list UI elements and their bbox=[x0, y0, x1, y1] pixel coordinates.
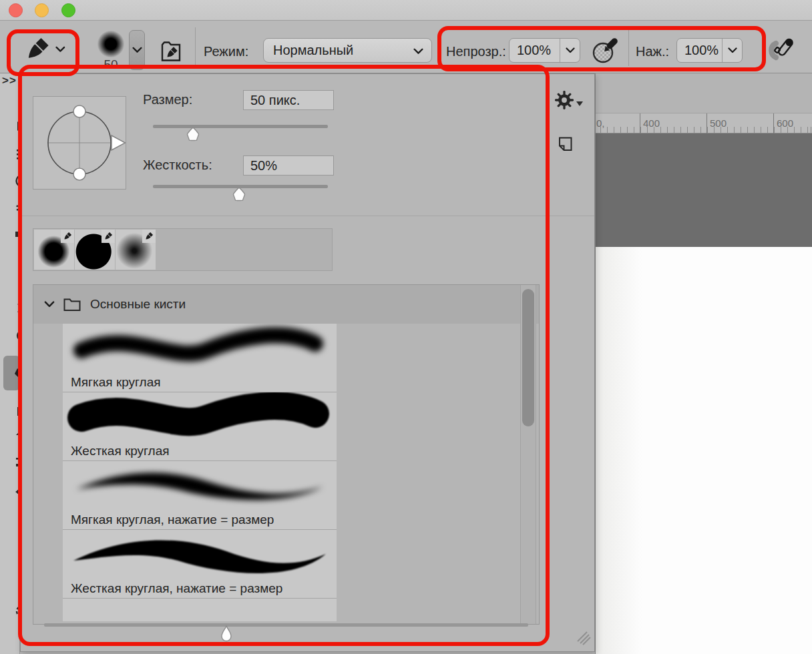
opacity-value-field[interactable]: 100% bbox=[510, 39, 560, 62]
airbrush-icon bbox=[766, 36, 794, 64]
mode-label: Режим: bbox=[204, 44, 248, 59]
brush-preview-size-label: 50 bbox=[96, 57, 126, 72]
brush-angle-control[interactable] bbox=[33, 96, 126, 190]
scrollbar-track[interactable] bbox=[520, 285, 536, 624]
brush-item-label: Жесткая круглая, нажатие = размер bbox=[63, 579, 337, 598]
panel-divider bbox=[21, 216, 594, 216]
recent-brush-extra-soft-round[interactable] bbox=[116, 230, 156, 270]
hardness-input[interactable]: 50% bbox=[243, 155, 334, 176]
brush-item-soft-round[interactable]: Мягкая круглая bbox=[63, 324, 337, 392]
chevron-down-icon bbox=[132, 47, 142, 53]
brush-stroke-preview bbox=[63, 530, 337, 579]
tool-options-bar: 50 Режим: Нормальный Непрозр.: 100% bbox=[0, 21, 812, 73]
chevron-down-icon bbox=[566, 47, 575, 53]
recent-brush-hard-round[interactable] bbox=[75, 230, 115, 270]
brush-item-soft-round-pressure[interactable]: Мягкая круглая, нажатие = размер bbox=[63, 461, 337, 530]
brush-item-hard-round[interactable]: Жесткая круглая bbox=[63, 392, 337, 461]
brush-stroke-preview bbox=[63, 392, 337, 441]
preview-size-slider-thumb[interactable] bbox=[220, 625, 233, 643]
chevron-down-icon bbox=[44, 301, 55, 308]
blend-mode-select[interactable]: Нормальный bbox=[263, 38, 432, 63]
toolbar-separator bbox=[195, 27, 196, 66]
preview-size-slider-track[interactable] bbox=[44, 623, 528, 627]
opacity-dropdown-button[interactable] bbox=[560, 39, 580, 62]
brush-stroke-preview bbox=[63, 324, 337, 372]
recent-brushes-row bbox=[33, 228, 333, 271]
ruler-label: 500 bbox=[710, 117, 727, 129]
pressure-opacity-button[interactable] bbox=[590, 36, 620, 65]
brush-badge-icon bbox=[61, 230, 74, 243]
size-label: Размер: bbox=[143, 92, 192, 107]
brush-group-header[interactable]: Основные кисти bbox=[33, 285, 539, 324]
brush-stroke-preview bbox=[63, 461, 337, 510]
hardness-label: Жесткость: bbox=[143, 157, 212, 173]
tool-icons-clipped[interactable] bbox=[0, 21, 20, 654]
scrollbar-thumb[interactable] bbox=[522, 289, 534, 426]
flow-control: 100% bbox=[676, 38, 743, 63]
ruler-label-partial: 0, bbox=[596, 117, 605, 129]
size-input[interactable]: 50 пикс. bbox=[243, 90, 334, 110]
brush-item-label: Мягкая круглая bbox=[63, 372, 337, 392]
macos-titlebar bbox=[0, 0, 812, 21]
size-slider-track[interactable] bbox=[153, 125, 328, 128]
close-button[interactable] bbox=[9, 3, 23, 17]
ruler-major-tick bbox=[773, 113, 774, 133]
panel-resize-grip[interactable] bbox=[575, 628, 592, 645]
opacity-label: Непрозр.: bbox=[446, 44, 506, 59]
blend-mode-value: Нормальный bbox=[273, 43, 353, 58]
chevron-down-icon bbox=[413, 48, 423, 55]
recent-brush-soft-round[interactable] bbox=[34, 230, 74, 270]
flow-dropdown-button[interactable] bbox=[722, 39, 742, 62]
brush-list: Основные кисти Мягкая круглая Жесткая кр… bbox=[33, 284, 540, 625]
document-canvas[interactable] bbox=[596, 247, 812, 654]
brush-picker-toggle-button[interactable] bbox=[129, 30, 145, 70]
new-preset-button[interactable] bbox=[556, 135, 574, 153]
brush-item-partial[interactable] bbox=[63, 599, 337, 621]
brush-item-hard-round-pressure[interactable]: Жесткая круглая, нажатие = размер bbox=[63, 530, 337, 599]
ruler-label: 400 bbox=[643, 117, 660, 129]
airbrush-button[interactable] bbox=[765, 35, 795, 65]
brush-item-label: Жесткая круглая bbox=[63, 441, 337, 460]
chevron-down-icon bbox=[728, 47, 737, 53]
photoshop-window: 0, 400 500 600 >> bbox=[0, 0, 812, 654]
brush-badge-icon bbox=[142, 230, 156, 243]
chevron-down-icon bbox=[55, 46, 65, 53]
pressure-opacity-icon bbox=[590, 36, 620, 65]
ruler-label: 600 bbox=[777, 117, 793, 129]
size-slider-thumb[interactable] bbox=[186, 127, 200, 141]
flow-label: Наж.: bbox=[636, 44, 669, 59]
toggle-brush-settings-button[interactable] bbox=[159, 39, 183, 63]
tool-preset-button[interactable] bbox=[24, 35, 65, 63]
hardness-slider-thumb[interactable] bbox=[232, 187, 246, 202]
folder-icon bbox=[63, 298, 81, 312]
toolbar-separator bbox=[628, 27, 629, 66]
ruler-major-tick bbox=[706, 113, 707, 133]
brush-rows: Мягкая круглая Жесткая круглая Мягкая кр… bbox=[63, 324, 337, 621]
gear-icon bbox=[555, 91, 574, 109]
horizontal-ruler: 0, 400 500 600 bbox=[596, 113, 812, 133]
toggle-brush-settings-icon bbox=[160, 40, 182, 63]
brush-group-label: Основные кисти bbox=[90, 297, 186, 312]
brush-badge-icon bbox=[102, 230, 115, 243]
document-window-chrome bbox=[596, 73, 812, 113]
canvas-area: 0, 400 500 600 bbox=[595, 73, 812, 654]
flow-value-field[interactable]: 100% bbox=[677, 39, 722, 62]
brush-icon bbox=[24, 36, 50, 63]
panel-menu-button[interactable] bbox=[555, 90, 586, 110]
chevron-down-icon bbox=[576, 101, 583, 106]
opacity-control: 100% bbox=[509, 38, 580, 63]
brush-preset-preview[interactable] bbox=[97, 31, 124, 57]
brush-preset-panel: Размер: 50 пикс. Жесткость: 50% bbox=[20, 73, 595, 652]
tools-sidebar[interactable]: >> bbox=[0, 21, 20, 654]
fullscreen-button[interactable] bbox=[61, 3, 75, 17]
minimize-button[interactable] bbox=[35, 3, 49, 17]
brush-item-label: Мягкая круглая, нажатие = размер bbox=[63, 510, 337, 529]
ruler-major-tick bbox=[640, 113, 640, 133]
pasteboard bbox=[596, 133, 812, 247]
